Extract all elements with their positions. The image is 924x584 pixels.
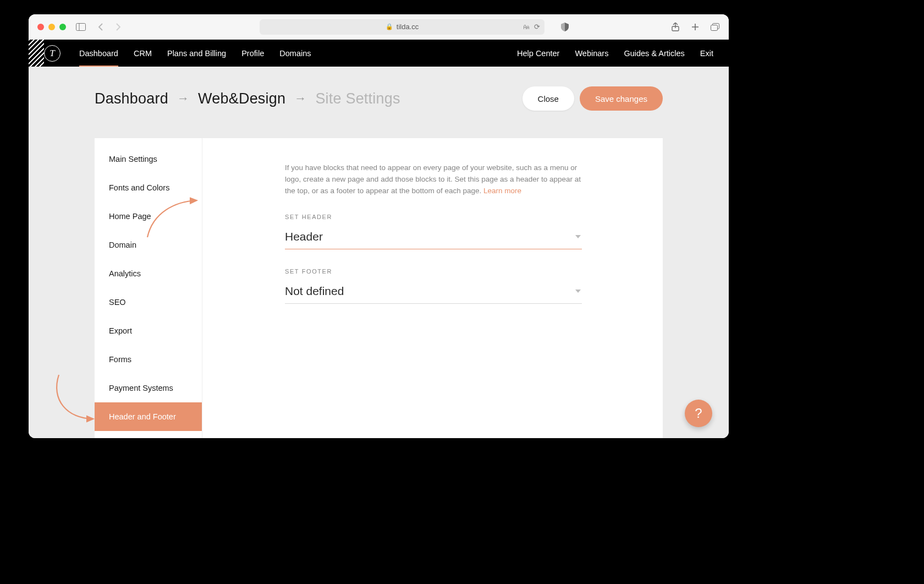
nav-domains[interactable]: Domains [279,49,311,58]
settings-sidebar: Main Settings Fonts and Colors Home Page… [95,138,202,438]
back-button[interactable] [96,22,106,32]
minimize-window-button[interactable] [48,24,55,30]
footer-select-value: Not defined [285,285,344,298]
nav-plans-billing[interactable]: Plans and Billing [167,49,226,58]
chevron-down-icon [575,290,581,293]
learn-more-link[interactable]: Learn more [483,187,521,195]
sidebar-item-main-settings[interactable]: Main Settings [95,145,202,173]
tilda-logo[interactable]: T [44,45,61,62]
nav-guides-articles[interactable]: Guides & Articles [624,49,684,58]
header-select-value: Header [285,230,323,243]
page-header: Dashboard → Web&Design → Site Settings C… [29,67,729,111]
close-window-button[interactable] [37,24,44,30]
nav-help-center[interactable]: Help Center [517,49,559,58]
browser-window: 🔒 tilda.cc 🗛 ⟳ [29,14,729,438]
shield-icon[interactable] [560,22,570,32]
browser-nav-arrows [96,22,123,32]
url-bar[interactable]: 🔒 tilda.cc 🗛 ⟳ [260,19,544,35]
nav-profile[interactable]: Profile [241,49,264,58]
chevron-down-icon [575,235,581,238]
sidebar-item-payment-systems[interactable]: Payment Systems [95,374,202,402]
set-header-label: SET HEADER [285,214,623,220]
tabs-icon[interactable] [710,22,720,32]
decorative-strip [29,40,44,67]
footer-select[interactable]: Not defined [285,281,582,304]
sidebar-toggle-icon[interactable] [76,22,86,32]
maximize-window-button[interactable] [59,24,66,30]
svg-rect-0 [76,23,86,30]
save-changes-button[interactable]: Save changes [580,86,663,111]
sidebar-item-domain[interactable]: Domain [95,231,202,259]
help-fab[interactable]: ? [685,400,712,427]
chevron-right-icon: → [294,91,306,106]
translate-icon[interactable]: 🗛 [522,23,530,31]
breadcrumb-current: Site Settings [315,90,400,107]
app-body: Dashboard → Web&Design → Site Settings C… [29,67,729,438]
annotation-arrow-icon [45,372,100,427]
set-footer-label: SET FOOTER [285,268,623,275]
sidebar-item-header-footer[interactable]: Header and Footer [95,402,202,431]
forward-button[interactable] [113,22,123,32]
nav-webinars[interactable]: Webinars [575,49,608,58]
sidebar-item-analytics[interactable]: Analytics [95,259,202,288]
header-select[interactable]: Header [285,227,582,249]
nav-crm[interactable]: CRM [134,49,152,58]
sidebar-item-home-page[interactable]: Home Page [95,202,202,231]
breadcrumb: Dashboard → Web&Design → Site Settings [95,90,400,107]
url-host: tilda.cc [397,23,419,31]
set-header-group: SET HEADER Header [285,214,623,249]
app-top-nav: T Dashboard CRM Plans and Billing Profil… [29,40,729,67]
settings-content: If you have blocks that need to appear o… [202,138,663,438]
svg-rect-4 [711,25,718,30]
lock-icon: 🔒 [386,23,393,30]
sidebar-item-export[interactable]: Export [95,316,202,345]
set-footer-group: SET FOOTER Not defined [285,268,623,304]
traffic-lights [37,24,66,30]
sidebar-item-seo[interactable]: SEO [95,288,202,316]
nav-dashboard[interactable]: Dashboard [79,49,118,58]
reload-icon[interactable]: ⟳ [534,23,540,31]
breadcrumb-item[interactable]: Web&Design [198,90,285,107]
close-button[interactable]: Close [522,86,574,111]
new-tab-icon[interactable] [690,22,700,32]
section-description: If you have blocks that need to appear o… [285,162,582,197]
share-icon[interactable] [670,22,680,32]
chevron-right-icon: → [177,91,189,106]
nav-exit[interactable]: Exit [700,49,713,58]
breadcrumb-item[interactable]: Dashboard [95,90,168,107]
sidebar-item-forms[interactable]: Forms [95,345,202,374]
settings-panel: Main Settings Fonts and Colors Home Page… [95,138,663,438]
sidebar-item-fonts-colors[interactable]: Fonts and Colors [95,173,202,202]
browser-chrome: 🔒 tilda.cc 🗛 ⟳ [29,14,729,40]
